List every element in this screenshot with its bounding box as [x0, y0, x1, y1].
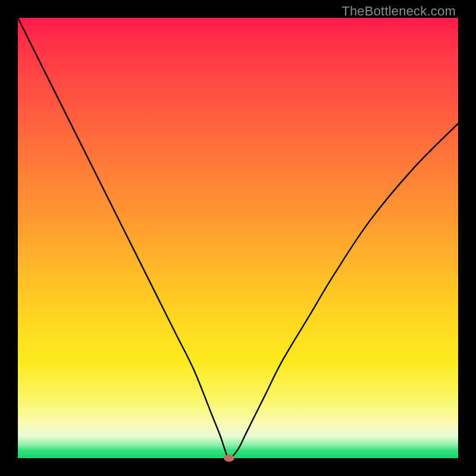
watermark-text: TheBottleneck.com — [342, 4, 456, 19]
plot-area — [18, 18, 458, 458]
minimum-marker — [224, 455, 234, 462]
chart-frame: TheBottleneck.com — [0, 0, 476, 476]
bottleneck-curve — [18, 18, 458, 458]
